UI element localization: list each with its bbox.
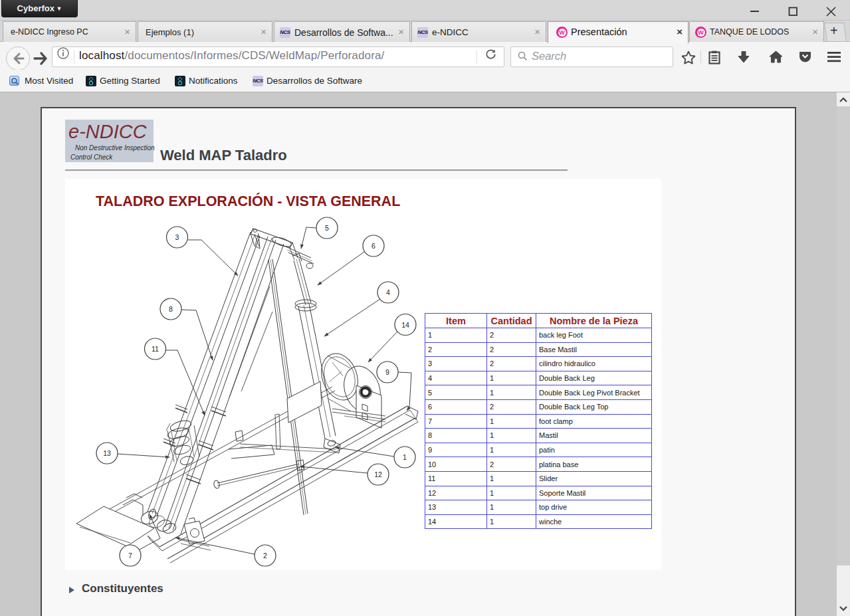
- svg-text:7: 7: [128, 552, 132, 560]
- svg-text:2: 2: [263, 552, 267, 560]
- svg-text:1: 1: [403, 453, 407, 461]
- svg-text:5: 5: [325, 224, 329, 232]
- svg-text:6: 6: [372, 242, 375, 250]
- svg-text:14: 14: [401, 321, 409, 329]
- svg-text:13: 13: [103, 449, 111, 457]
- svg-text:12: 12: [374, 470, 382, 478]
- svg-text:8: 8: [169, 305, 173, 313]
- svg-text:9: 9: [385, 368, 389, 376]
- svg-text:4: 4: [386, 288, 390, 296]
- svg-text:3: 3: [175, 233, 179, 241]
- svg-text:11: 11: [152, 345, 159, 353]
